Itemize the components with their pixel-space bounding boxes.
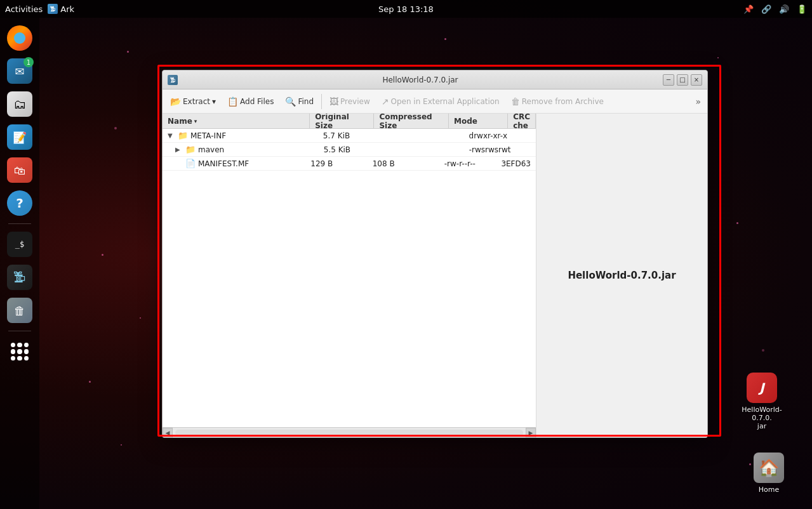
orig-size-value: 129 B <box>310 159 333 168</box>
dock-item-email[interactable]: ✉ 1 <box>4 56 35 86</box>
file-orig-size: 129 B <box>305 157 367 170</box>
preview-label: Preview <box>340 97 370 106</box>
extract-button[interactable]: 📂 Extract ▾ <box>165 94 221 109</box>
toolbar-separator <box>321 94 322 109</box>
app-name-label: Ark <box>60 4 74 14</box>
extract-label: Extract <box>183 97 210 106</box>
writer-icon: 📝 <box>7 124 32 150</box>
minimize-button[interactable]: − <box>663 74 674 86</box>
file-name-label: maven <box>198 145 224 154</box>
preview-icon: 🖼 <box>329 96 338 107</box>
col-header-comp-size[interactable]: Compressed Size <box>374 114 449 128</box>
trash-icon: 🗑 <box>7 298 32 323</box>
file-crc <box>526 143 536 156</box>
dock-separator-2 <box>8 331 31 331</box>
col-mode-label: Mode <box>454 117 477 126</box>
folder-icon: 📁 <box>185 145 196 154</box>
file-mode: -rw-r--r-- <box>439 157 496 170</box>
remove-icon: 🗑 <box>511 96 520 107</box>
col-header-name[interactable]: Name ▾ <box>163 114 310 128</box>
open-external-button: ↗ Open in External Application <box>376 94 505 109</box>
file-mode: drwxr-xr-x <box>464 129 526 142</box>
col-crc-label: CRC che <box>513 114 530 130</box>
table-row[interactable]: ▶ 📄 MANIFEST.MF 129 B 108 B -rw-r--r-- <box>163 157 536 171</box>
sort-arrow: ▾ <box>194 118 197 124</box>
file-name-cell: ▶ 📄 MANIFEST.MF <box>163 157 305 170</box>
add-files-label: Add Files <box>240 97 274 106</box>
archive-icon: 🗜 <box>7 265 32 290</box>
mode-value: -rw-r--r-- <box>444 159 476 168</box>
window-titlebar: 🗜 HelloWorld-0.7.0.jar − □ × <box>163 70 707 89</box>
window-controls: − □ × <box>663 74 702 86</box>
jar-file-icon: J <box>747 373 777 403</box>
mode-value: -rwsrwsrwt <box>469 145 511 154</box>
dock-item-terminal[interactable]: _$ <box>4 229 35 260</box>
pin-icon: 📌 <box>743 4 754 14</box>
find-button[interactable]: 🔍 Find <box>280 94 319 109</box>
open-external-label: Open in External Application <box>390 97 499 106</box>
home-folder-icon: 🏠 <box>754 453 784 483</box>
battery-icon: 🔋 <box>797 4 807 14</box>
activities-button[interactable]: Activities <box>5 4 43 14</box>
file-comp-size: 108 B <box>368 157 439 170</box>
desktop-icon-jar[interactable]: J HelloWorld-0.7.0.jar <box>737 370 787 433</box>
find-label: Find <box>298 97 314 106</box>
expand-arrow: ▼ <box>168 132 175 139</box>
close-button[interactable]: × <box>691 74 702 86</box>
app-indicator: 🗜 Ark <box>48 4 74 14</box>
file-name-cell: ▼ 📁 META-INF <box>163 129 318 142</box>
maximize-button[interactable]: □ <box>677 74 688 86</box>
table-row[interactable]: ▼ 📁 META-INF 5.7 KiB drwxr-xr-x <box>163 129 536 143</box>
jar-file-label: HelloWorld-0.7.0.jar <box>740 406 784 430</box>
dock-item-firefox[interactable] <box>4 23 35 53</box>
scrollbar-track[interactable] <box>175 430 523 436</box>
col-comp-label: Compressed Size <box>379 114 443 130</box>
dock-item-apps[interactable] <box>4 336 35 367</box>
network-icon: 🔗 <box>761 4 771 14</box>
dock-item-files[interactable]: 🗂 <box>4 89 35 119</box>
store-icon: 🛍 <box>7 157 32 183</box>
file-name-label: MANIFEST.MF <box>198 159 249 168</box>
crc-value: 3EFD63 <box>501 159 531 168</box>
datetime-label: Sep 18 13:18 <box>378 4 434 14</box>
firefox-icon <box>7 25 32 51</box>
file-comp-size <box>386 143 464 156</box>
extract-dropdown-arrow: ▾ <box>212 97 216 106</box>
col-header-orig-size[interactable]: Original Size <box>310 114 374 128</box>
folder-icon: 📁 <box>178 131 188 140</box>
window-toolbar: 📂 Extract ▾ 📋 Add Files 🔍 Find 🖼 Preview… <box>163 89 707 114</box>
help-icon: ? <box>7 190 32 216</box>
volume-icon: 🔊 <box>779 4 789 14</box>
dock-item-writer[interactable]: 📝 <box>4 122 35 152</box>
table-row[interactable]: ▶ 📁 maven 5.5 KiB -rwsrwsrwt <box>163 143 536 157</box>
dock-item-archive[interactable]: 🗜 <box>4 262 35 293</box>
preview-panel: HelloWorld-0.7.0.jar <box>536 114 707 437</box>
scroll-left-button[interactable]: ◀ <box>163 428 173 438</box>
dock-item-help[interactable]: ? <box>4 188 35 218</box>
col-header-crc[interactable]: CRC che <box>508 114 536 128</box>
file-name-label: META-INF <box>190 131 226 140</box>
comp-size-value: 108 B <box>373 159 395 168</box>
horizontal-scrollbar[interactable]: ◀ ▶ <box>163 427 536 437</box>
toolbar-more-button[interactable]: » <box>691 96 705 107</box>
file-icon: 📄 <box>185 159 196 168</box>
desktop: Activities 🗜 Ark Sep 18 13:18 📌 🔗 🔊 🔋 ✉ … <box>0 0 812 509</box>
col-name-label: Name <box>168 117 192 126</box>
window-title: HelloWorld-0.7.0.jar <box>182 76 659 84</box>
extract-icon: 📂 <box>170 96 181 107</box>
file-crc: 3EFD63 <box>496 157 536 170</box>
dock-item-store[interactable]: 🛍 <box>4 155 35 185</box>
orig-size-value: 5.7 KiB <box>323 131 350 140</box>
scroll-right-button[interactable]: ▶ <box>526 428 536 438</box>
col-orig-label: Original Size <box>315 114 368 130</box>
expand-arrow: ▶ <box>175 146 183 153</box>
add-files-button[interactable]: 📋 Add Files <box>222 94 279 109</box>
file-name-cell: ▶ 📁 maven <box>163 143 319 156</box>
find-icon: 🔍 <box>285 96 296 107</box>
dock-item-trash[interactable]: 🗑 <box>4 295 35 326</box>
desktop-icon-home[interactable]: 🏠 Home <box>751 450 787 496</box>
apps-grid-icon <box>7 339 32 364</box>
window-app-icon: 🗜 <box>168 75 178 85</box>
col-header-mode[interactable]: Mode <box>449 114 508 128</box>
file-list-body: ▼ 📁 META-INF 5.7 KiB drwxr-xr-x <box>163 129 536 427</box>
